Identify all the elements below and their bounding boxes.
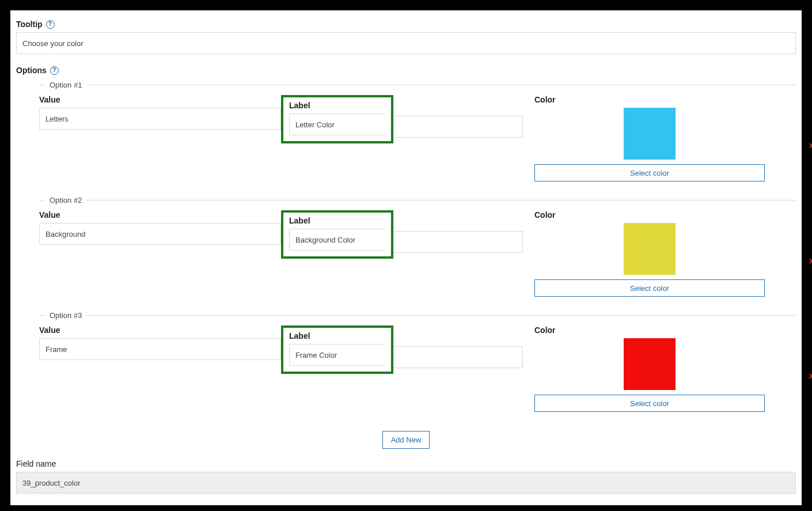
- option-legend: Option #2: [45, 196, 86, 205]
- form-page: Tooltip ? Options ? Option #1 Value Labe…: [10, 10, 802, 505]
- option-row: Value Label Color Select color: [39, 210, 796, 297]
- label-input[interactable]: [289, 113, 385, 135]
- option-legend: Option #3: [45, 311, 86, 320]
- swatch-wrap: Select color: [534, 108, 765, 181]
- label-label: Label: [289, 101, 385, 110]
- label-input-extension: [393, 116, 523, 138]
- add-new-button[interactable]: Add New: [382, 431, 430, 449]
- label-column: Label: [281, 95, 523, 143]
- color-swatch[interactable]: [624, 338, 676, 390]
- options-header: Options ?: [16, 66, 796, 75]
- swatch-wrap: Select color: [534, 223, 765, 297]
- option-block: Option #1 Value Label Color: [39, 81, 796, 196]
- select-color-button[interactable]: Select color: [534, 164, 765, 181]
- label-column: Label: [281, 325, 523, 374]
- label-input-extension: [393, 231, 523, 253]
- option-block: Option #2 Value Label Color: [39, 196, 796, 311]
- label-input-extension: [393, 346, 523, 368]
- label-input[interactable]: [289, 229, 385, 251]
- option-legend: Option #1: [45, 81, 86, 89]
- color-column: Color Select color: [534, 325, 765, 412]
- tooltip-header: Tooltip ?: [16, 20, 796, 29]
- value-input[interactable]: [39, 108, 281, 130]
- add-new-row: Add New: [16, 431, 796, 449]
- option-block: Option #3 Value Label Color: [39, 311, 796, 426]
- value-column: Value: [39, 95, 281, 130]
- select-color-button[interactable]: Select color: [534, 279, 765, 297]
- label-label: Label: [289, 216, 385, 225]
- value-input[interactable]: [39, 223, 281, 245]
- field-name-label: Field name: [16, 459, 56, 468]
- color-label: Color: [534, 95, 765, 104]
- label-label: Label: [289, 331, 385, 340]
- option-row: Value Label Color Select color: [39, 325, 796, 412]
- value-label: Value: [39, 210, 281, 219]
- swatch-wrap: Select color: [534, 338, 765, 412]
- tooltip-input[interactable]: [16, 32, 796, 54]
- color-label: Color: [534, 325, 765, 335]
- color-label: Color: [534, 210, 765, 219]
- field-name-section: Field name: [16, 459, 796, 494]
- close-icon[interactable]: ✕: [809, 141, 812, 150]
- options-area: Option #1 Value Label Color: [16, 81, 796, 426]
- options-label: Options: [16, 66, 47, 75]
- color-swatch[interactable]: [624, 108, 676, 160]
- value-input[interactable]: [39, 338, 281, 360]
- tooltip-label: Tooltip: [16, 20, 43, 29]
- color-column: Color Select color: [534, 95, 765, 181]
- select-color-button[interactable]: Select color: [534, 395, 765, 412]
- label-highlight-box: Label: [281, 210, 393, 259]
- color-swatch[interactable]: [624, 223, 676, 275]
- value-column: Value: [39, 210, 281, 245]
- label-column: Label: [281, 210, 523, 259]
- label-highlight-box: Label: [281, 325, 393, 374]
- field-name-header: Field name: [16, 459, 796, 468]
- label-input[interactable]: [289, 344, 385, 366]
- option-row: Value Label Color Select color: [39, 95, 796, 181]
- color-column: Color Select color: [534, 210, 765, 297]
- label-highlight-box: Label: [281, 95, 393, 143]
- value-label: Value: [39, 95, 281, 104]
- help-icon[interactable]: ?: [50, 66, 59, 75]
- close-icon[interactable]: ✕: [809, 256, 812, 266]
- field-name-input: [16, 472, 796, 494]
- value-column: Value: [39, 325, 281, 360]
- value-label: Value: [39, 325, 281, 335]
- close-icon[interactable]: ✕: [809, 372, 812, 381]
- help-icon[interactable]: ?: [46, 20, 55, 29]
